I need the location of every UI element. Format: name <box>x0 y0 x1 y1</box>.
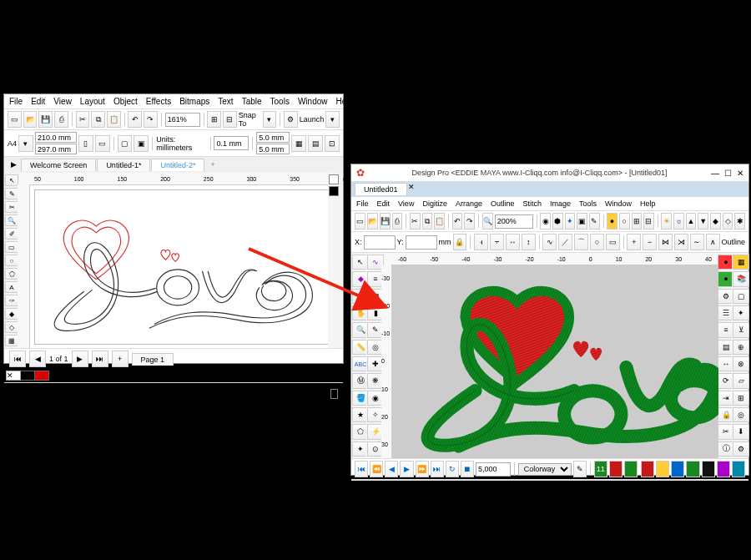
envelope-icon[interactable]: ▱ <box>733 373 749 388</box>
last-page-icon[interactable]: ⏭ <box>92 351 108 367</box>
thread-swatch-4-icon[interactable] <box>686 461 699 477</box>
thread-swatch-5-icon[interactable] <box>702 461 715 477</box>
nudge-input[interactable] <box>214 136 249 150</box>
stitch-icon[interactable]: ✦ <box>565 213 576 230</box>
menu-view[interactable]: View <box>53 97 72 106</box>
menu-bitmaps[interactable]: Bitmaps <box>179 97 209 106</box>
thread-icon[interactable]: ● <box>607 213 617 230</box>
offset-icon[interactable]: ◎ <box>733 407 749 422</box>
menu-edit[interactable]: Edit <box>377 199 391 208</box>
carve-icon[interactable]: ✦ <box>733 305 749 320</box>
freehand-tool-icon[interactable]: ✐ <box>5 228 18 240</box>
tool-e-icon[interactable]: ✱ <box>734 213 745 230</box>
crop-tool-icon[interactable]: ✂ <box>5 201 18 213</box>
landscape-icon[interactable]: ▭ <box>95 135 110 152</box>
menu-layout[interactable]: Layout <box>80 97 105 106</box>
menu-view[interactable]: View <box>398 199 414 208</box>
page-tab[interactable]: Page 1 <box>132 353 174 366</box>
menu-arrange[interactable]: Arrange <box>456 199 482 208</box>
chevron-down-icon-3[interactable]: ▾ <box>18 135 33 152</box>
guides-icon[interactable]: ⊟ <box>223 111 237 128</box>
print-icon[interactable]: ⎙ <box>54 111 68 128</box>
tool-a-icon[interactable]: ▲ <box>686 213 697 230</box>
align-h-icon[interactable]: ⫞ <box>474 234 488 250</box>
grid-icon[interactable]: ⊞ <box>632 213 643 230</box>
undo-icon[interactable]: ↶ <box>128 111 142 128</box>
outline-tool-icon[interactable]: ◇ <box>5 321 18 333</box>
right-toolbox-2[interactable]: ▦ 📚 ▢ ✦ ⊻ ⊕ ⊗ ▱ ⊞ ◎ ⬇ ⚙ <box>732 253 748 458</box>
tab-welcome[interactable]: Welcome Screen <box>21 159 96 171</box>
smooth-icon[interactable]: ∼ <box>690 234 704 250</box>
fill-swatch-icon[interactable] <box>330 389 338 399</box>
right-toolbox-1[interactable]: ● ● ⚙ ☰ ≡ ▤ ↔ ⟳ ⇥ 🔒 ✂ ⓘ <box>717 253 733 458</box>
launch-label[interactable]: Launch <box>300 115 325 124</box>
redo-icon[interactable]: ↷ <box>464 213 475 230</box>
chevron-down-icon-2[interactable]: ▾ <box>325 111 340 128</box>
zoom-tool-icon[interactable]: 🔍 <box>5 214 18 226</box>
cut-icon[interactable]: ✂ <box>410 213 421 230</box>
light-icon[interactable]: ☀ <box>661 213 672 230</box>
stop-icon[interactable]: ⏹ <box>461 461 474 477</box>
menu-text[interactable]: Text <box>218 97 233 106</box>
redo-icon[interactable]: ↷ <box>144 111 158 128</box>
palette-3-icon[interactable] <box>624 461 638 477</box>
treat-icon[interactable]: ▤ <box>308 135 323 152</box>
copy-icon[interactable]: ⧉ <box>91 111 105 128</box>
tool-b-icon[interactable]: ▼ <box>698 213 708 230</box>
tool-c-icon[interactable]: ◆ <box>710 213 721 230</box>
add-page-icon[interactable]: + <box>112 351 129 367</box>
fill-tool-icon[interactable]: ◆ <box>5 308 18 320</box>
join-icon[interactable]: ⋈ <box>658 234 673 250</box>
close-icon[interactable]: ✕ <box>737 169 743 178</box>
palette-1-icon[interactable]: 11 <box>594 461 607 477</box>
text-tool-icon[interactable]: A <box>5 281 18 293</box>
page-height-input[interactable] <box>35 144 77 154</box>
menu-effects[interactable]: Effects <box>146 97 171 106</box>
outline-view-icon[interactable]: ▣ <box>577 213 587 230</box>
intersect-icon[interactable]: ⊗ <box>733 356 749 371</box>
paste-icon[interactable]: 📋 <box>107 111 121 128</box>
cusp-icon[interactable]: ∧ <box>706 234 720 250</box>
thread-swatch-7-icon[interactable] <box>732 461 745 477</box>
hoop-icon[interactable]: ○ <box>619 213 630 230</box>
document-palette[interactable]: ✕ <box>4 369 343 382</box>
align-icon[interactable]: ▦ <box>291 135 306 152</box>
cut-icon[interactable]: ✂ <box>76 111 90 128</box>
output-icon[interactable]: ⬇ <box>733 424 749 439</box>
new-icon[interactable]: ▭ <box>8 111 22 128</box>
mirror-h-icon[interactable]: ↔ <box>506 234 520 250</box>
print-icon[interactable]: ⎙ <box>392 213 403 230</box>
thread-swatch-1-icon[interactable] <box>641 461 654 477</box>
page-width-input[interactable] <box>35 132 77 143</box>
break-icon[interactable]: ⋊ <box>674 234 688 250</box>
line-icon[interactable]: ／ <box>558 234 572 250</box>
ellipse-tool-icon[interactable]: ○ <box>5 255 18 266</box>
shape-tool-icon[interactable]: ✎ <box>5 188 18 199</box>
open-icon[interactable]: 📂 <box>367 213 378 230</box>
facing-page-icon[interactable]: ▣ <box>134 135 149 152</box>
single-page-icon[interactable]: ▢ <box>118 135 133 152</box>
rewind-icon[interactable]: ⏪ <box>370 461 383 477</box>
rectangle-tool-icon[interactable]: ▭ <box>5 241 18 253</box>
save-icon[interactable]: 💾 <box>380 213 391 230</box>
arc-icon[interactable]: ⌒ <box>574 234 588 250</box>
maximize-icon[interactable]: ☐ <box>724 169 732 178</box>
menu-outline[interactable]: Outline <box>491 199 515 208</box>
lock-icon[interactable]: 🔒 <box>453 234 467 250</box>
loop-icon[interactable]: ↻ <box>446 461 459 477</box>
save-icon[interactable]: 💾 <box>38 111 53 128</box>
zoom-icon[interactable]: 🔍 <box>482 213 493 230</box>
weld-icon[interactable]: ⊕ <box>733 340 749 355</box>
align-v-icon[interactable]: ⫟ <box>490 234 504 250</box>
paste-icon[interactable]: 📋 <box>434 213 445 230</box>
node-del-icon[interactable]: − <box>643 234 657 250</box>
thread-swatch-3-icon[interactable] <box>671 461 684 477</box>
portrait-icon[interactable]: ▯ <box>78 135 93 152</box>
bezier-icon[interactable]: ∿ <box>542 234 557 250</box>
menu-file[interactable]: File <box>9 97 23 106</box>
coord-y-input[interactable] <box>406 235 437 250</box>
split-icon[interactable]: ⊻ <box>733 322 749 337</box>
pick-tool-icon[interactable]: ↖ <box>5 174 18 186</box>
polygon-tool-icon[interactable]: ⬠ <box>5 268 18 280</box>
menu-digitize[interactable]: Digitize <box>422 199 447 208</box>
